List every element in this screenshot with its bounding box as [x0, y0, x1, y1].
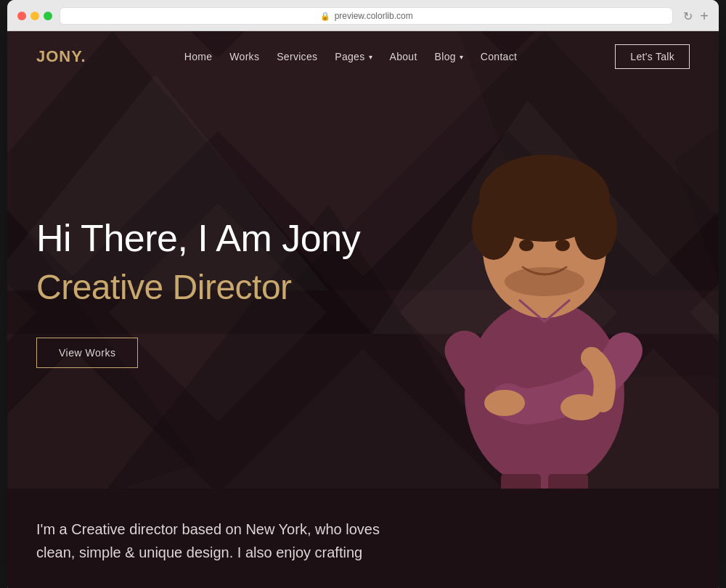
lets-talk-button[interactable]: Let's Talk [615, 44, 690, 69]
nav-item-blog[interactable]: Blog ▾ [435, 51, 463, 62]
hero-text-content: Hi There, I Am Jony Creative Director Vi… [36, 217, 414, 367]
browser-window: 🔒 preview.colorlib.com ↻ + JONY. [7, 0, 719, 588]
bottom-section: I'm a Creative director based on New Yor… [7, 489, 719, 588]
nav-link-works[interactable]: Works [229, 51, 259, 62]
hero-person-image [385, 82, 704, 489]
hero-subtitle: Creative Director [36, 266, 414, 309]
nav-link-services[interactable]: Services [277, 51, 317, 62]
chevron-down-icon-blog: ▾ [460, 53, 463, 61]
nav-item-works[interactable]: Works [229, 50, 259, 63]
nav-link-pages[interactable]: Pages [335, 51, 364, 62]
nav-item-services[interactable]: Services [277, 50, 317, 63]
svg-point-15 [555, 240, 570, 251]
browser-chrome: 🔒 preview.colorlib.com ↻ + [7, 0, 719, 31]
maximize-button[interactable] [44, 12, 52, 20]
url-text: preview.colorlib.com [335, 11, 413, 21]
website-content: JONY. Home Works Services Pages ▾ About [7, 31, 719, 588]
nav-menu: Home Works Services Pages ▾ About Blog ▾ [184, 50, 517, 63]
lock-icon: 🔒 [320, 12, 330, 21]
hero-section: Hi There, I Am Jony Creative Director Vi… [7, 82, 719, 489]
chevron-down-icon: ▾ [369, 53, 372, 61]
view-works-button[interactable]: View Works [36, 338, 138, 368]
svg-point-18 [484, 390, 525, 416]
nav-item-pages[interactable]: Pages ▾ [335, 51, 372, 62]
svg-point-14 [519, 240, 534, 251]
site-logo[interactable]: JONY. [36, 47, 86, 66]
traffic-lights [17, 12, 52, 20]
svg-point-12 [472, 195, 515, 260]
nav-item-about[interactable]: About [390, 50, 417, 63]
close-button[interactable] [17, 12, 26, 20]
nav-link-home[interactable]: Home [184, 51, 213, 62]
minimize-button[interactable] [30, 12, 39, 20]
refresh-button[interactable]: ↻ [683, 9, 693, 23]
svg-point-13 [574, 195, 617, 260]
new-tab-button[interactable]: + [700, 8, 709, 25]
nav-item-contact[interactable]: Contact [481, 50, 517, 63]
navbar: JONY. Home Works Services Pages ▾ About [7, 31, 719, 82]
bottom-description: I'm a Creative director based on New Yor… [36, 518, 399, 564]
address-bar[interactable]: 🔒 preview.colorlib.com [60, 7, 673, 25]
hero-title: Hi There, I Am Jony [36, 217, 414, 261]
nav-link-about[interactable]: About [390, 51, 417, 62]
svg-point-16 [505, 267, 584, 296]
nav-item-home[interactable]: Home [184, 50, 213, 63]
nav-link-blog[interactable]: Blog [435, 51, 456, 62]
nav-link-contact[interactable]: Contact [481, 51, 517, 62]
